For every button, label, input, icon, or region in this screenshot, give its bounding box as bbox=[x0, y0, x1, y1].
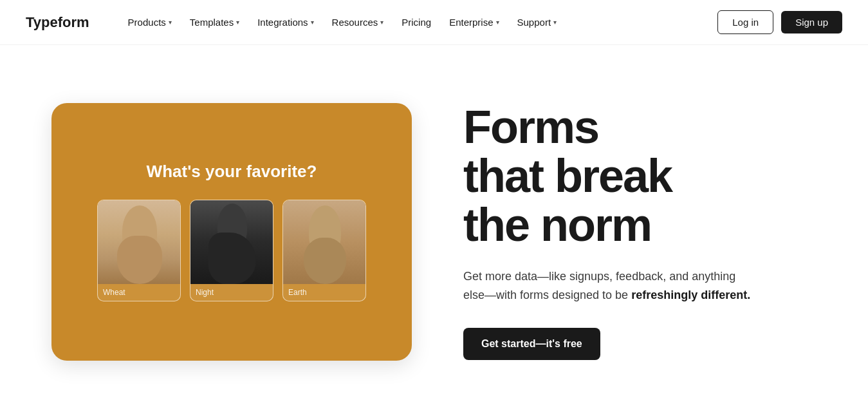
choice-night-image bbox=[190, 200, 273, 284]
nav-item-pricing[interactable]: Pricing bbox=[394, 12, 439, 33]
hero-headline: Forms that break the norm bbox=[463, 103, 798, 249]
signup-button[interactable]: Sign up bbox=[781, 11, 842, 33]
headline-line1: Forms bbox=[463, 101, 598, 153]
chevron-down-icon: ▾ bbox=[169, 19, 172, 26]
logo[interactable]: Typeform bbox=[26, 14, 89, 31]
login-button[interactable]: Log in bbox=[717, 10, 773, 34]
nav-label-pricing: Pricing bbox=[402, 17, 431, 28]
form-demo-question: What's your favorite? bbox=[147, 162, 317, 182]
figure-earth-visual bbox=[283, 200, 366, 284]
chevron-down-icon: ▾ bbox=[236, 19, 239, 26]
chevron-down-icon: ▾ bbox=[311, 19, 314, 26]
figure-night-visual bbox=[190, 200, 273, 284]
cta-button[interactable]: Get started—it's free bbox=[463, 328, 600, 360]
nav-item-support[interactable]: Support ▾ bbox=[510, 12, 565, 33]
nav-links: Products ▾ Templates ▾ Integrations ▾ Re… bbox=[120, 12, 718, 33]
choice-wheat[interactable]: Wheat bbox=[97, 200, 181, 301]
hero-section: What's your favorite? Wheat Night Earth bbox=[0, 45, 868, 418]
hero-subtext: Get more data—like signups, feedback, an… bbox=[463, 267, 759, 305]
choice-night[interactable]: Night bbox=[190, 200, 273, 301]
nav-item-products[interactable]: Products ▾ bbox=[120, 12, 180, 33]
headline-line2: that break bbox=[463, 150, 672, 202]
nav-actions: Log in Sign up bbox=[717, 10, 842, 34]
nav-item-resources[interactable]: Resources ▾ bbox=[324, 12, 392, 33]
hero-subtext-bold: refreshingly different. bbox=[631, 289, 750, 301]
choice-wheat-label: Wheat bbox=[98, 284, 180, 301]
main-nav: Typeform Products ▾ Templates ▾ Integrat… bbox=[0, 0, 868, 45]
figure-wheat-visual bbox=[98, 200, 181, 284]
hero-copy: Forms that break the norm Get more data—… bbox=[463, 103, 798, 359]
nav-item-templates[interactable]: Templates ▾ bbox=[182, 12, 247, 33]
choice-earth-label: Earth bbox=[283, 284, 365, 301]
form-demo-card: What's your favorite? Wheat Night Earth bbox=[51, 103, 412, 361]
choice-earth-image bbox=[283, 200, 366, 284]
nav-item-enterprise[interactable]: Enterprise ▾ bbox=[441, 12, 506, 33]
chevron-down-icon: ▾ bbox=[553, 19, 557, 26]
choice-earth[interactable]: Earth bbox=[282, 200, 366, 301]
chevron-down-icon: ▾ bbox=[496, 19, 499, 26]
nav-label-integrations: Integrations bbox=[257, 17, 308, 28]
nav-item-integrations[interactable]: Integrations ▾ bbox=[250, 12, 321, 33]
form-demo-choices: Wheat Night Earth bbox=[97, 200, 366, 301]
headline-line3: the norm bbox=[463, 199, 651, 251]
nav-label-templates: Templates bbox=[190, 17, 234, 28]
nav-label-resources: Resources bbox=[332, 17, 378, 28]
choice-wheat-image bbox=[98, 200, 181, 284]
chevron-down-icon: ▾ bbox=[380, 19, 383, 26]
nav-label-enterprise: Enterprise bbox=[449, 17, 493, 28]
choice-night-label: Night bbox=[190, 284, 273, 301]
nav-label-support: Support bbox=[517, 17, 551, 28]
nav-label-products: Products bbox=[128, 17, 166, 28]
